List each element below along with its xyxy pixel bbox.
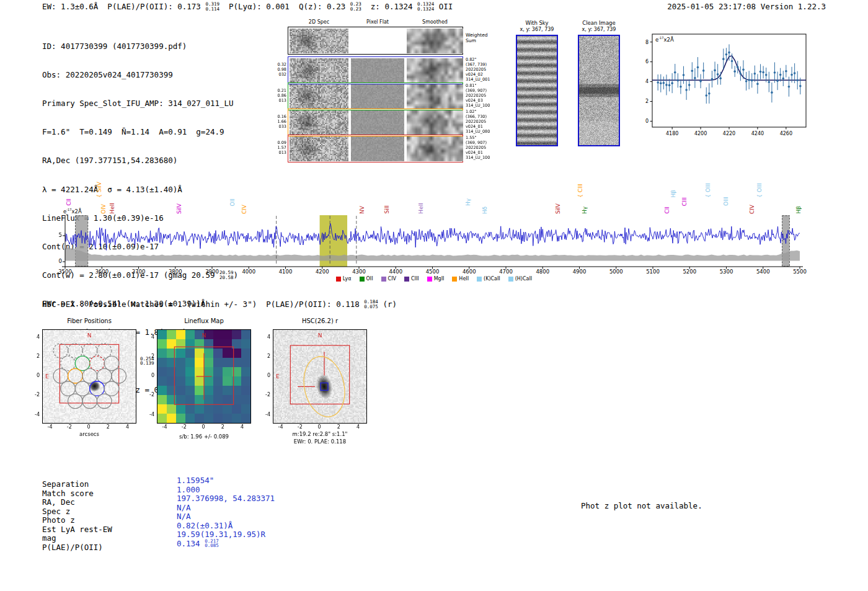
cutout-row-annotation: 1.55"(369, 907)20220205v024_01314_LU_100 bbox=[466, 135, 490, 160]
y-tick-label: 5 bbox=[53, 232, 62, 238]
legend-item: CIV bbox=[381, 276, 396, 282]
line-marker-label: HeII bbox=[418, 203, 425, 214]
line-marker-label: Hβ bbox=[795, 206, 802, 214]
cutout-col-title: 2D Spec bbox=[290, 19, 348, 25]
x-tick-label: -2 bbox=[178, 424, 190, 430]
spectrum-legend: LyαOIICIVCIIIMgIIHeII(K)CaII(H)CaII bbox=[0, 276, 868, 282]
data-point bbox=[657, 81, 659, 84]
line-marker-label: { SiIV bbox=[96, 182, 103, 198]
line-marker-label: Hγ bbox=[582, 207, 588, 214]
arcsecs-label: arcsecs bbox=[42, 431, 136, 437]
cutout-row-annotation: 0.82"(367, 739)20220205v024_02314_LU_001 bbox=[466, 57, 490, 82]
match-row-label: Est LyA rest-EW bbox=[42, 525, 112, 534]
data-point bbox=[680, 86, 682, 88]
header-line-id: OII bbox=[434, 2, 453, 11]
hsc-plae-uncertainty: 0.184 0.075 bbox=[364, 300, 378, 309]
cutout-row-annotation: 1.02"(366, 730)20220205v024_01314_LU_080 bbox=[466, 109, 490, 134]
data-point bbox=[685, 89, 688, 91]
compass-north-label: N bbox=[202, 332, 206, 339]
x-tick-label: -2 bbox=[294, 424, 306, 430]
x-tick-label: -4 bbox=[159, 424, 171, 430]
y-tick-label: 8 bbox=[645, 40, 649, 45]
data-point bbox=[691, 70, 693, 73]
y-tick-label: 2 bbox=[138, 353, 154, 359]
smoothed-image bbox=[407, 58, 463, 83]
annotation-line: (369, 907) bbox=[466, 140, 490, 145]
annotation-line: 20220205 bbox=[466, 67, 490, 72]
cutout-row-weights: 0.210.86013 bbox=[267, 88, 286, 103]
legend-swatch bbox=[381, 277, 386, 282]
x-tick-label: 3800 bbox=[163, 269, 188, 275]
weight-value: 0.16 bbox=[267, 114, 286, 119]
weight-value: 1.66 bbox=[267, 119, 286, 124]
y-tick-label: -4 bbox=[254, 412, 270, 417]
smoothed-image bbox=[407, 29, 463, 53]
flux-units-label: e-17x2Å bbox=[63, 208, 82, 215]
annotation-line: 20220205 bbox=[466, 93, 490, 98]
fraction-lower: 0.1324 bbox=[417, 7, 434, 12]
weight-value: 0.86 bbox=[267, 93, 286, 98]
fiber-circle bbox=[68, 394, 83, 409]
hsc-cutout-title: HSC(26.2) r bbox=[273, 318, 367, 324]
data-point bbox=[719, 77, 722, 79]
data-point bbox=[665, 84, 668, 86]
compass-north-label: N bbox=[87, 332, 92, 339]
hsc-dex-text: (r) bbox=[378, 300, 397, 309]
legend-label: (H)CaII bbox=[515, 276, 532, 282]
data-point bbox=[799, 85, 802, 87]
data-point bbox=[725, 53, 728, 56]
hsc-magnitude-caption: m:19.2 re:2.8" s:1.1" bbox=[267, 431, 373, 437]
line-marker-label: { CIII bbox=[577, 184, 584, 198]
with-sky-title: With Sky bbox=[508, 20, 565, 26]
legend-label: MgII bbox=[434, 276, 445, 282]
y-tick-label: -4 bbox=[24, 412, 40, 417]
hsc-cutout-overlay: NE bbox=[273, 330, 366, 423]
pixel-flat-image bbox=[351, 58, 404, 83]
data-point bbox=[699, 80, 702, 82]
legend-swatch bbox=[477, 277, 482, 282]
y-tick-label: -2 bbox=[138, 392, 154, 398]
x-tick-label: 4180 bbox=[666, 131, 678, 136]
x-tick-label: 4600 bbox=[457, 269, 482, 275]
fiber-circle bbox=[82, 394, 97, 409]
data-point bbox=[754, 73, 756, 75]
match-row-value: 0.134 0.2170.085 bbox=[177, 539, 219, 548]
x-tick-label: 0 bbox=[82, 424, 95, 430]
data-point bbox=[748, 79, 750, 81]
x-tick-label: 4 bbox=[352, 424, 365, 430]
y-tick-label: 2 bbox=[645, 99, 649, 104]
legend-item: (H)CaII bbox=[508, 276, 532, 282]
data-point bbox=[737, 66, 739, 68]
data-point bbox=[722, 58, 725, 60]
annotation-line: 314_LU_001 bbox=[466, 77, 490, 82]
spectrum-line bbox=[65, 223, 800, 250]
hsc-cutout-panel: NE bbox=[273, 329, 367, 424]
with-sky-panel bbox=[516, 35, 558, 146]
x-tick-label: 5200 bbox=[677, 269, 702, 275]
x-tick-label: 4240 bbox=[751, 131, 764, 136]
weight-value: 0.98 bbox=[267, 67, 286, 72]
data-point bbox=[708, 92, 711, 95]
x-tick-label: 4 bbox=[236, 424, 249, 430]
x-tick-label: 4400 bbox=[383, 269, 408, 275]
y-tick-label: 4 bbox=[24, 334, 40, 340]
fiber-circle bbox=[104, 381, 119, 396]
x-tick-label: 4 bbox=[122, 424, 134, 430]
header-text: z: 0.1324 bbox=[361, 2, 417, 11]
error-band bbox=[65, 247, 800, 260]
x-tick-label: 4100 bbox=[273, 269, 298, 275]
data-point bbox=[779, 74, 782, 76]
data-point bbox=[765, 74, 768, 76]
legend-label: CIV bbox=[388, 276, 396, 282]
match-value-text: N/A bbox=[177, 512, 191, 521]
data-point bbox=[733, 70, 736, 73]
fiber-circle bbox=[97, 344, 112, 358]
data-point bbox=[788, 86, 790, 88]
clean-image-title: Clean Image bbox=[570, 20, 627, 26]
x-tick-label: -4 bbox=[44, 424, 56, 430]
primary-spec-slot: Primary Spec_Slot_IFU_AMP: 314_027_011_L… bbox=[42, 98, 238, 108]
data-point bbox=[663, 82, 665, 84]
match-row-value: 1.000 bbox=[177, 485, 200, 494]
legend-item: OII bbox=[360, 276, 373, 282]
data-point bbox=[774, 71, 776, 74]
